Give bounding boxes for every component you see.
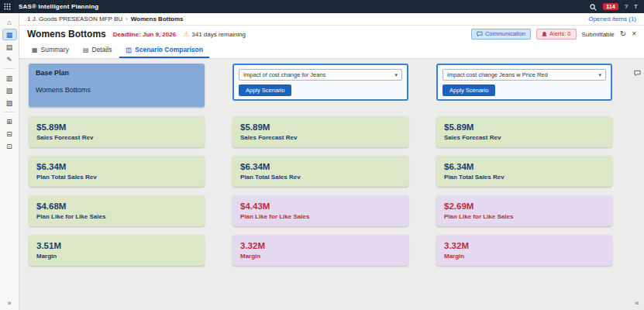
metric-value: $5.89M <box>36 122 197 132</box>
page-header: Womens Bottoms Deadline: Jun 9, 2026 ⚠ 3… <box>19 26 644 42</box>
metric-label: Sales Forecast Rev <box>444 134 604 141</box>
metric-card: $6.34M Plan Total Sales Rev <box>436 156 612 187</box>
comment-icon <box>477 31 483 37</box>
documents-icon: ▥ <box>6 74 13 82</box>
days-remaining: ⚠ 341 days remaining <box>183 31 246 38</box>
details-tab-icon: ▤ <box>83 46 89 53</box>
tab-details-label: Details <box>92 46 112 53</box>
communication-label: Communication <box>485 31 525 37</box>
metric-label: Sales Forecast Rev <box>240 134 401 141</box>
sidebar-item-home[interactable]: ⌂ <box>3 17 16 27</box>
deadline-text: Deadline: Jun 9, 2026 <box>113 31 176 38</box>
edit-icon: ✎ <box>6 56 12 64</box>
left-sidebar: ⌂ ▦ ▤ ✎ ▥ ▧ ▨ ⊞ ⊟ ⊡ » <box>0 13 19 310</box>
base-plan-column: Base Plan Womens Bottoms $5.89M Sales Fo… <box>29 64 205 310</box>
sidebar-item-documents[interactable]: ▥ <box>3 73 16 83</box>
metric-value: $4.68M <box>36 202 197 211</box>
page-title: Womens Bottoms <box>27 29 106 40</box>
main-area: 1 J. Goods PRESEASON MFP BU › Womens Bot… <box>19 13 644 310</box>
sidebar-item-folders[interactable]: ⊞ <box>3 116 16 126</box>
metric-card: $6.34M Plan Total Sales Rev <box>29 156 205 187</box>
scenario-select[interactable]: Impact cost change Jeans w Price Red ▾ <box>443 69 606 81</box>
metric-label: Plan Like for Like Sales <box>36 213 197 220</box>
grid-dots-icon <box>4 3 11 10</box>
app-bar: SAS® Intelligent Planning 114 ? T <box>0 0 644 13</box>
alert-bell-icon <box>542 31 547 37</box>
metric-label: Margin <box>444 253 604 260</box>
metric-card: $5.89M Sales Forecast Rev <box>232 116 408 147</box>
sidebar-item-charts[interactable]: ▧ <box>3 85 16 95</box>
summary-tab-icon: ▦ <box>32 46 38 53</box>
sidebar-item-plans[interactable]: ▦ <box>3 29 16 40</box>
base-plan-subtitle: Womens Bottoms <box>36 86 198 94</box>
reports-icon: ⊟ <box>6 130 12 138</box>
home-icon: ⌂ <box>7 19 11 26</box>
breadcrumb-separator: › <box>126 16 128 22</box>
breadcrumb-bar: 1 J. Goods PRESEASON MFP BU › Womens Bot… <box>19 13 644 26</box>
rail-collapse-button[interactable]: « <box>635 299 639 307</box>
comments-panel-icon[interactable] <box>634 66 641 80</box>
apply-scenario-button[interactable]: Apply Scenario <box>239 84 291 96</box>
scenario-comparison-panel: Base Plan Womens Bottoms $5.89M Sales Fo… <box>19 59 644 310</box>
base-plan-card: Base Plan Womens Bottoms <box>29 64 205 107</box>
metric-value: $6.34M <box>36 162 197 171</box>
metric-card: $4.43M Plan Like for Like Sales <box>232 195 408 226</box>
tab-summary[interactable]: ▦ Summary <box>26 42 75 58</box>
metric-card: $2.69M Plan Like for Like Sales <box>436 195 612 226</box>
metric-label: Plan Total Sales Rev <box>36 174 197 181</box>
metric-card: 3.51M Margin <box>29 235 205 266</box>
opened-items-link[interactable]: Opened items (1) <box>588 16 636 22</box>
notification-badge[interactable]: 114 <box>603 3 618 10</box>
chevron-down-icon: ▾ <box>394 72 398 78</box>
scenario-comparison-tab-icon: ◫ <box>126 46 132 53</box>
tab-summary-label: Summary <box>41 46 69 53</box>
days-remaining-label: 341 days remaining <box>191 31 246 38</box>
sidebar-item-edit[interactable]: ✎ <box>3 54 16 64</box>
communication-button[interactable]: Communication <box>471 29 531 40</box>
metric-value: 3.32M <box>444 241 604 250</box>
tags-icon: ⊡ <box>6 143 12 150</box>
user-avatar[interactable]: T <box>634 4 638 10</box>
scenario-selector-box: Impact cost change Jeans w Price Red ▾ A… <box>436 64 612 101</box>
scenario-selector-box: Impact of cost change for Jeans ▾ Apply … <box>232 64 408 101</box>
sidebar-item-tasks[interactable]: ▨ <box>3 98 16 108</box>
metric-value: $2.69M <box>444 202 604 211</box>
tasks-icon: ▨ <box>6 99 13 107</box>
metric-value: $5.89M <box>240 122 401 132</box>
alerts-label: Alerts: 0 <box>549 31 571 37</box>
metric-value: 3.32M <box>240 241 401 250</box>
metric-value: $5.89M <box>444 122 604 132</box>
scenario-select[interactable]: Impact of cost change for Jeans ▾ <box>239 69 402 81</box>
app-title: SAS® Intelligent Planning <box>19 3 98 10</box>
breadcrumb: 1 J. Goods PRESEASON MFP BU › Womens Bot… <box>27 16 184 22</box>
apply-scenario-button[interactable]: Apply Scenario <box>443 84 495 96</box>
sidebar-item-tags[interactable]: ⊡ <box>3 141 16 151</box>
metric-label: Plan Total Sales Rev <box>444 174 604 181</box>
tab-details[interactable]: ▤ Details <box>77 42 119 58</box>
metric-label: Plan Total Sales Rev <box>240 174 401 181</box>
tab-scenario-comparison-label: Scenario Comparison <box>135 46 203 53</box>
sidebar-item-worksheets[interactable]: ▤ <box>3 42 16 52</box>
metric-card: $5.89M Sales Forecast Rev <box>29 116 205 147</box>
close-icon[interactable]: × <box>632 30 636 38</box>
metric-label: Sales Forecast Rev <box>36 134 197 141</box>
sidebar-expand-button[interactable]: » <box>7 299 11 307</box>
breadcrumb-root[interactable]: 1 J. Goods PRESEASON MFP BU <box>27 16 122 22</box>
metric-label: Margin <box>36 253 197 260</box>
refresh-icon[interactable]: ↻ <box>620 30 626 38</box>
search-icon[interactable] <box>590 0 597 14</box>
base-plan-title: Base Plan <box>36 69 198 77</box>
tab-bar: ▦ Summary ▤ Details ◫ Scenario Compariso… <box>19 42 644 59</box>
tab-scenario-comparison[interactable]: ◫ Scenario Comparison <box>119 42 208 58</box>
submittable-status: Submittable <box>582 31 615 38</box>
metric-label: Plan Like for Like Sales <box>240 213 401 220</box>
scenario-select-value: Impact cost change Jeans w Price Red <box>447 71 548 78</box>
app-launcher-icon[interactable] <box>0 0 14 13</box>
worksheets-icon: ▤ <box>6 43 13 51</box>
metric-value: $6.34M <box>444 162 604 171</box>
sidebar-item-reports[interactable]: ⊟ <box>3 129 16 139</box>
alerts-button[interactable]: Alerts: 0 <box>536 29 577 40</box>
help-icon[interactable]: ? <box>625 4 628 10</box>
metric-label: Margin <box>240 253 401 260</box>
sidebar-divider <box>4 68 15 69</box>
